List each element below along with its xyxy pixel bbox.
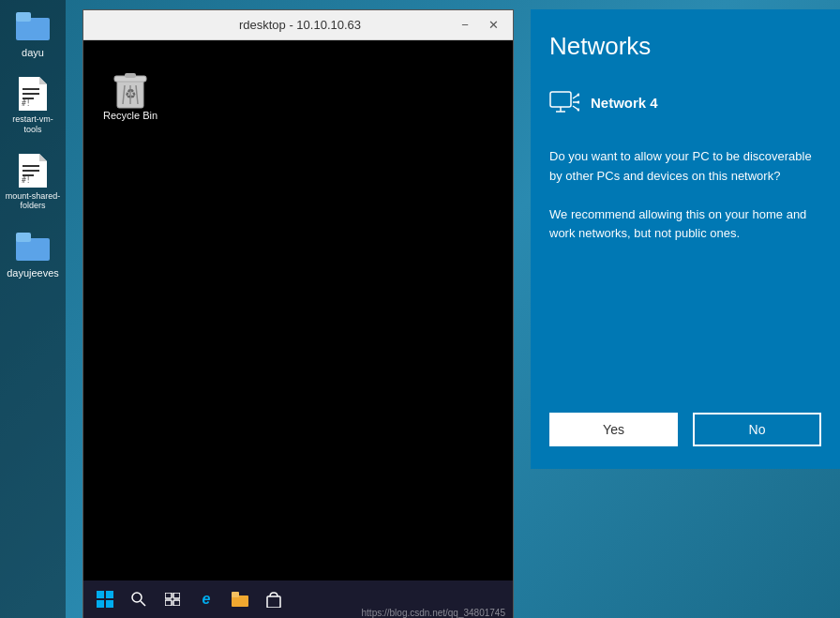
recycle-bin-label: Recycle Bin bbox=[103, 110, 158, 121]
file-icon-2: #! bbox=[16, 154, 50, 188]
networks-buttons: Yes No bbox=[549, 394, 821, 446]
svg-rect-30 bbox=[173, 593, 180, 598]
svg-point-27 bbox=[132, 593, 142, 602]
svg-rect-23 bbox=[97, 591, 104, 598]
sidebar: dayu #! restart-vm-tools bbox=[0, 0, 66, 618]
close-button[interactable]: ✕ bbox=[481, 16, 505, 35]
store-button[interactable] bbox=[260, 585, 288, 613]
task-view-button[interactable] bbox=[158, 585, 187, 613]
svg-rect-4 bbox=[22, 88, 39, 90]
window-controls: − ✕ bbox=[453, 16, 505, 35]
sidebar-icon-label: restart-vm-tools bbox=[5, 114, 61, 135]
rdp-desktop: ♻ Recycle Bin bbox=[83, 40, 513, 618]
explorer-button[interactable] bbox=[226, 585, 254, 613]
svg-rect-32 bbox=[173, 600, 180, 606]
folder-icon bbox=[232, 592, 248, 607]
rdp-content: ♻ Recycle Bin bbox=[83, 40, 513, 618]
svg-rect-24 bbox=[106, 591, 113, 598]
network-icon bbox=[549, 91, 579, 113]
minimize-button[interactable]: − bbox=[453, 16, 477, 35]
network-item-label: Network 4 bbox=[591, 95, 658, 111]
svg-rect-31 bbox=[165, 600, 172, 606]
network-item: Network 4 bbox=[549, 83, 821, 121]
search-icon bbox=[131, 592, 146, 607]
svg-rect-26 bbox=[106, 600, 113, 608]
yes-button[interactable]: Yes bbox=[549, 413, 678, 446]
rdp-title: rdesktop - 10.10.10.63 bbox=[147, 18, 453, 32]
svg-line-28 bbox=[141, 601, 145, 606]
rdp-window: rdesktop - 10.10.10.63 − ✕ bbox=[82, 9, 514, 618]
edge-button[interactable]: e bbox=[192, 585, 220, 613]
svg-marker-9 bbox=[39, 154, 47, 161]
svg-rect-25 bbox=[97, 600, 104, 608]
network-description-1: Do you want to allow your PC to be disco… bbox=[549, 147, 821, 187]
svg-point-42 bbox=[578, 101, 580, 104]
svg-text:#!: #! bbox=[22, 99, 31, 108]
desktop: dayu #! restart-vm-tools bbox=[0, 0, 840, 618]
network-description-2: We recommend allowing this on your home … bbox=[549, 205, 821, 245]
svg-rect-36 bbox=[550, 92, 571, 107]
svg-text:#!: #! bbox=[22, 176, 31, 185]
recycle-bin-icon[interactable]: ♻ Recycle Bin bbox=[102, 68, 158, 121]
folder-icon-2 bbox=[16, 230, 50, 264]
store-icon bbox=[266, 591, 281, 608]
svg-rect-11 bbox=[22, 170, 39, 172]
sidebar-item-dayu[interactable]: dayu bbox=[5, 9, 61, 58]
rdp-titlebar: rdesktop - 10.10.10.63 − ✕ bbox=[83, 10, 513, 40]
rdp-taskbar: e https://blog.csdn.net/qq_3480174 bbox=[83, 580, 513, 618]
sidebar-icon-label: mount-shared-folders bbox=[5, 191, 61, 212]
svg-text:♻: ♻ bbox=[125, 86, 137, 101]
sidebar-item-dayujeeves[interactable]: dayujeeves bbox=[5, 230, 61, 279]
no-button[interactable]: No bbox=[693, 413, 821, 446]
svg-line-44 bbox=[573, 106, 578, 110]
sidebar-icon-label: dayujeeves bbox=[7, 267, 59, 279]
networks-title: Networks bbox=[549, 32, 821, 61]
svg-marker-3 bbox=[39, 77, 47, 84]
task-view-icon bbox=[165, 593, 180, 606]
svg-rect-29 bbox=[165, 593, 172, 598]
svg-rect-10 bbox=[22, 165, 39, 167]
search-button[interactable] bbox=[125, 585, 153, 613]
file-icon: #! bbox=[16, 77, 50, 111]
start-button[interactable] bbox=[91, 585, 119, 613]
svg-rect-18 bbox=[125, 73, 136, 78]
svg-rect-5 bbox=[22, 93, 39, 95]
svg-rect-15 bbox=[16, 233, 31, 242]
taskbar-url: https://blog.csdn.net/qq_34801745 bbox=[362, 608, 505, 618]
folder-icon bbox=[16, 9, 50, 43]
recycle-bin-svg: ♻ bbox=[112, 68, 149, 110]
svg-rect-1 bbox=[16, 12, 31, 22]
networks-panel: Networks Network 4 Do you want to allow … bbox=[531, 9, 840, 469]
svg-rect-35 bbox=[267, 596, 280, 608]
sidebar-item-mount-shared-folders[interactable]: #! mount-shared-folders bbox=[5, 154, 61, 212]
sidebar-item-restart-vm-tools[interactable]: #! restart-vm-tools bbox=[5, 77, 61, 135]
svg-rect-34 bbox=[232, 592, 239, 597]
windows-icon bbox=[97, 591, 113, 608]
sidebar-icon-label: dayu bbox=[22, 47, 44, 58]
